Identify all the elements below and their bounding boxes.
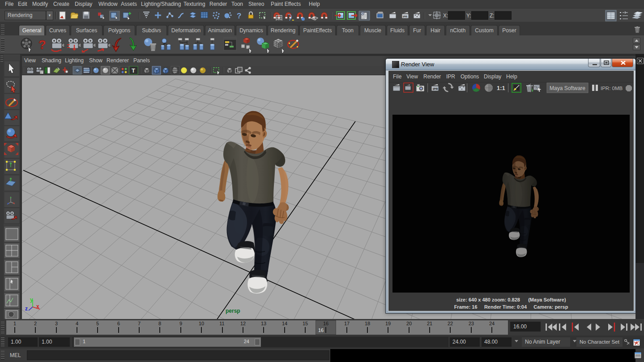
svg-text:T: T: [132, 67, 135, 74]
svg-text:?: ?: [38, 38, 46, 52]
svg-text:1:1: 1:1: [497, 85, 505, 91]
svg-text:IPR: IPR: [403, 15, 408, 18]
svg-text:"?: "?: [534, 86, 537, 90]
svg-text:z: z: [25, 306, 28, 312]
svg-text:?: ?: [237, 12, 241, 20]
svg-text:Maya Software: Maya Software: [550, 85, 585, 91]
svg-text:x: x: [36, 303, 39, 310]
svg-text:y: y: [30, 297, 33, 303]
svg-text:IPR: IPR: [433, 87, 438, 90]
